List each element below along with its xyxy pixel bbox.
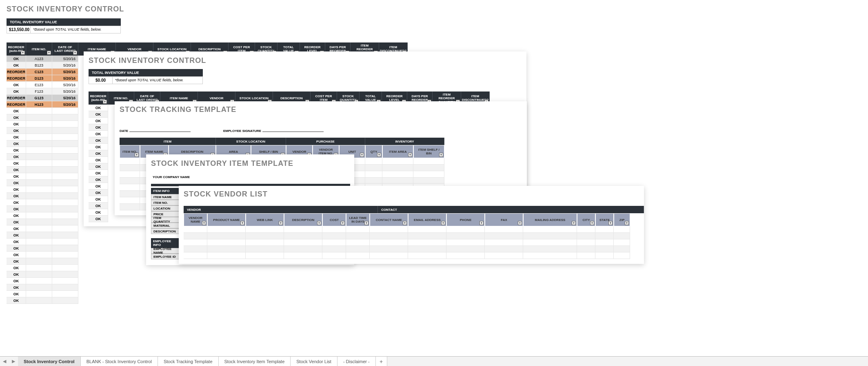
table-cell[interactable]: OK bbox=[7, 245, 26, 252]
table-cell[interactable] bbox=[52, 167, 78, 173]
column-header[interactable]: PHONE▼ bbox=[446, 213, 485, 226]
table-cell[interactable]: OK bbox=[7, 193, 26, 199]
table-cell[interactable] bbox=[52, 121, 78, 127]
table-cell[interactable] bbox=[26, 114, 52, 121]
table-cell[interactable] bbox=[595, 252, 614, 259]
table-cell[interactable] bbox=[614, 252, 630, 259]
table-cell[interactable]: OK bbox=[89, 124, 108, 131]
table-cell[interactable] bbox=[26, 186, 52, 193]
column-header[interactable]: ITEM AREA▼ bbox=[382, 145, 413, 158]
table-row[interactable]: OK bbox=[7, 265, 445, 271]
column-header[interactable]: COST▼ bbox=[322, 213, 346, 226]
table-cell[interactable] bbox=[614, 226, 630, 233]
table-cell[interactable]: OK bbox=[7, 127, 26, 134]
table-cell[interactable]: REORDER bbox=[7, 69, 26, 75]
table-cell[interactable] bbox=[26, 193, 52, 199]
table-cell[interactable] bbox=[446, 252, 485, 259]
table-cell[interactable]: OK bbox=[7, 265, 26, 271]
table-cell[interactable] bbox=[382, 165, 413, 171]
filter-dropdown-icon[interactable]: ▼ bbox=[240, 221, 244, 225]
table-cell[interactable]: OK bbox=[89, 183, 108, 190]
table-cell[interactable] bbox=[184, 226, 207, 233]
table-cell[interactable]: B123 bbox=[26, 62, 52, 69]
table-cell[interactable] bbox=[52, 252, 78, 258]
table-cell[interactable]: 5/20/16 bbox=[52, 56, 78, 62]
table-cell[interactable] bbox=[26, 252, 52, 258]
filter-dropdown-icon[interactable]: ▼ bbox=[360, 153, 364, 157]
table-cell[interactable] bbox=[184, 246, 207, 252]
filter-dropdown-icon[interactable]: ▼ bbox=[135, 153, 139, 157]
filter-dropdown-icon[interactable]: ▼ bbox=[73, 51, 77, 55]
column-header[interactable]: WEB LINK▼ bbox=[246, 213, 284, 226]
filter-dropdown-icon[interactable]: ▼ bbox=[377, 153, 381, 157]
table-cell[interactable] bbox=[485, 252, 523, 259]
table-cell[interactable] bbox=[246, 239, 284, 246]
filter-dropdown-icon[interactable]: ▼ bbox=[439, 153, 443, 157]
table-cell[interactable] bbox=[52, 114, 78, 121]
filter-dropdown-icon[interactable]: ▼ bbox=[279, 221, 283, 225]
table-cell[interactable] bbox=[26, 219, 52, 225]
table-cell[interactable] bbox=[284, 239, 322, 246]
table-cell[interactable]: C123 bbox=[26, 69, 52, 75]
table-cell[interactable] bbox=[26, 141, 52, 147]
table-cell[interactable] bbox=[408, 226, 446, 233]
table-cell[interactable] bbox=[52, 219, 78, 225]
table-cell[interactable] bbox=[26, 291, 52, 297]
table-cell[interactable] bbox=[370, 226, 408, 233]
table-cell[interactable] bbox=[365, 178, 382, 184]
table-cell[interactable] bbox=[52, 291, 78, 297]
filter-dropdown-icon[interactable]: ▼ bbox=[403, 221, 407, 225]
column-header[interactable]: REORDER (auto-fill)▼ bbox=[89, 92, 108, 105]
filter-dropdown-icon[interactable]: ▼ bbox=[608, 221, 613, 225]
table-cell[interactable]: OK bbox=[7, 284, 26, 291]
table-cell[interactable]: OK bbox=[7, 167, 26, 173]
table-cell[interactable] bbox=[26, 160, 52, 167]
table-cell[interactable] bbox=[26, 134, 52, 141]
table-cell[interactable] bbox=[52, 134, 78, 141]
table-cell[interactable] bbox=[577, 226, 595, 233]
column-header[interactable]: VENDOR NAME▼ bbox=[184, 213, 207, 226]
table-row[interactable]: OK bbox=[7, 278, 445, 284]
sheet-tab[interactable]: Stock Vendor List bbox=[291, 357, 337, 366]
table-cell[interactable]: OK bbox=[89, 144, 108, 150]
table-cell[interactable] bbox=[26, 278, 52, 284]
table-cell[interactable]: D123 bbox=[26, 75, 52, 82]
filter-dropdown-icon[interactable]: ▼ bbox=[441, 221, 445, 225]
table-cell[interactable]: OK bbox=[7, 147, 26, 154]
table-cell[interactable] bbox=[284, 233, 322, 239]
table-cell[interactable] bbox=[120, 204, 140, 210]
table-cell[interactable] bbox=[207, 252, 246, 259]
table-row[interactable]: OK bbox=[7, 271, 445, 278]
table-cell[interactable] bbox=[413, 165, 444, 171]
table-cell[interactable]: A123 bbox=[26, 56, 52, 62]
table-cell[interactable] bbox=[365, 158, 382, 165]
column-header[interactable]: REORDER (auto-fill)▼ bbox=[7, 42, 26, 56]
table-cell[interactable] bbox=[52, 225, 78, 232]
table-cell[interactable] bbox=[52, 278, 78, 284]
table-cell[interactable] bbox=[52, 258, 78, 265]
table-cell[interactable]: 5/20/16 bbox=[52, 75, 78, 82]
table-cell[interactable]: OK bbox=[89, 209, 108, 216]
table-cell[interactable] bbox=[52, 265, 78, 271]
table-cell[interactable]: OK bbox=[89, 105, 108, 111]
table-cell[interactable]: 5/20/16 bbox=[52, 69, 78, 75]
table-cell[interactable] bbox=[614, 233, 630, 239]
table-cell[interactable] bbox=[26, 206, 52, 212]
table-cell[interactable]: OK bbox=[89, 157, 108, 163]
table-cell[interactable] bbox=[26, 245, 52, 252]
table-cell[interactable] bbox=[26, 121, 52, 127]
table-cell[interactable]: OK bbox=[7, 297, 26, 304]
table-cell[interactable]: OK bbox=[7, 291, 26, 297]
table-cell[interactable] bbox=[26, 173, 52, 180]
table-cell[interactable]: OK bbox=[7, 160, 26, 167]
column-header[interactable]: ITEM SHELF / BIN▼ bbox=[413, 145, 444, 158]
table-cell[interactable] bbox=[346, 233, 370, 239]
table-cell[interactable]: 5/20/16 bbox=[52, 95, 78, 101]
table-cell[interactable] bbox=[413, 178, 444, 184]
table-cell[interactable] bbox=[246, 233, 284, 239]
table-cell[interactable] bbox=[120, 184, 140, 191]
table-cell[interactable]: OK bbox=[89, 131, 108, 137]
filter-dropdown-icon[interactable]: ▼ bbox=[47, 51, 51, 55]
column-header[interactable]: MAILING ADDRESS▼ bbox=[523, 213, 577, 226]
table-row[interactable] bbox=[184, 239, 644, 246]
